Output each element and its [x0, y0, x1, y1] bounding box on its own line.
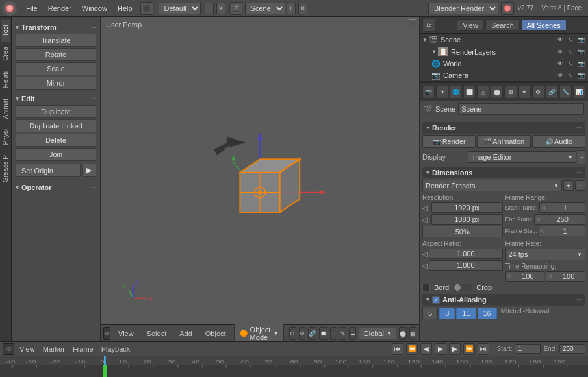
world-cursor-btn[interactable]: ↖ — [566, 59, 575, 68]
outliner-icon-btn[interactable]: 🗂 — [422, 19, 435, 32]
prop-icon-modifiers[interactable]: 🔧 — [559, 86, 572, 99]
viewport[interactable]: User Persp — [101, 17, 419, 341]
prop-icon-constraints[interactable]: 🔗 — [546, 86, 558, 99]
timeline-icon[interactable]: ⏱ — [3, 343, 14, 355]
duplicate-button[interactable]: Duplicate — [16, 105, 96, 118]
audio-btn[interactable]: 🔊 Audio — [532, 135, 585, 148]
res-x-field[interactable]: 1920 px — [431, 202, 503, 213]
display-extra-btn[interactable]: → — [578, 150, 585, 164]
scene-name-input[interactable] — [458, 103, 584, 115]
end-frame-field[interactable]: ◁ 250 — [534, 214, 585, 225]
scene-selector[interactable]: Scene — [245, 3, 285, 14]
render-presets-dropdown[interactable]: Render Presets ▼ — [422, 180, 562, 191]
scale-button[interactable]: Scale — [16, 62, 96, 75]
aa-btn-16[interactable]: 16 — [478, 308, 497, 319]
remove-scene-btn[interactable]: ✕ — [298, 3, 307, 14]
prop-icon-mesh[interactable]: △ — [477, 86, 489, 99]
viewport-btn-2[interactable]: ⚙ — [299, 327, 305, 340]
asp-y-field[interactable]: 1.000 — [429, 260, 503, 271]
outliner-tab-search[interactable]: Search — [485, 19, 520, 31]
delete-button[interactable]: Delete — [16, 134, 96, 147]
timeline-body[interactable]: -40 -30 -20 -10 0 10 20 30 40 50 60 70 8… — [0, 356, 588, 377]
menu-help[interactable]: Help — [112, 3, 138, 14]
set-origin-button[interactable]: Set Origin — [16, 164, 81, 177]
aa-section-header[interactable]: ▾ ✓ Anti-Aliasing ··· — [422, 294, 585, 306]
prop-icon-texture[interactable]: ⊞ — [504, 86, 517, 99]
prop-icon-world[interactable]: 🌐 — [450, 86, 462, 99]
global-selector[interactable]: Global ▼ — [359, 328, 396, 339]
play-prev-frame[interactable]: ◀ — [420, 343, 432, 355]
viewport-add-menu[interactable]: Add — [174, 328, 198, 339]
play-jump-start[interactable]: ⏮ — [392, 343, 403, 355]
vtab-create[interactable]: Crea — [1, 42, 10, 66]
timeline-view-menu[interactable]: View — [17, 345, 38, 353]
aa-btn-5[interactable]: 5 — [422, 308, 438, 319]
outliner-renderlayers[interactable]: ▼ 📋 RenderLayers 👁 ↖ 📷 — [420, 45, 588, 58]
prop-icon-data[interactable]: 📊 — [573, 86, 585, 99]
viewport-btn-5[interactable]: ↔ — [330, 327, 337, 340]
asp-x-field[interactable]: 1.000 — [429, 249, 503, 259]
render-btn[interactable]: 📷 Render — [422, 135, 476, 148]
duplicate-linked-button[interactable]: Duplicate Linked — [16, 119, 96, 132]
scene-cursor-btn[interactable]: ↖ — [566, 35, 575, 44]
vtab-tool[interactable]: Tool — [1, 19, 10, 42]
play-btn[interactable]: ▶ — [435, 343, 446, 355]
viewport-btn-4[interactable]: 🔲 — [319, 327, 327, 340]
end-range-input[interactable] — [559, 344, 585, 354]
prop-icon-particles[interactable]: ✦ — [518, 86, 531, 99]
viewport-btn-6[interactable]: ✎ — [340, 327, 346, 340]
scene-eye-btn[interactable]: 👁 — [556, 35, 565, 44]
menu-render[interactable]: Render — [43, 3, 77, 14]
translate-button[interactable]: Translate — [16, 34, 96, 47]
viewport-btn-9[interactable]: ▦ — [409, 327, 416, 340]
rl-render-btn[interactable]: 📷 — [576, 47, 585, 56]
time-old-field[interactable]: ◁ 100 — [505, 271, 545, 282]
animation-btn[interactable]: 🎬 Animation — [477, 135, 530, 148]
scene-render-btn[interactable]: 📷 — [576, 35, 585, 44]
display-dropdown[interactable]: Image Editor ▼ — [468, 151, 576, 163]
start-range-input[interactable] — [515, 344, 541, 354]
rl-cursor-btn[interactable]: ↖ — [566, 47, 575, 56]
viewport-btn-7[interactable]: ☁ — [349, 327, 356, 340]
menu-file[interactable]: File — [21, 3, 43, 14]
set-origin-arrow[interactable]: ▶ — [82, 164, 96, 177]
viewport-icon[interactable]: 🖥 — [103, 327, 110, 340]
outliner-world[interactable]: 🌐 World 👁 ↖ 📷 — [420, 58, 588, 69]
world-eye-btn[interactable]: 👁 — [556, 59, 565, 68]
aa-btn-11[interactable]: 11 — [456, 308, 476, 319]
viewport-view-menu[interactable]: View — [113, 328, 139, 339]
render-section-header[interactable]: ▾ Render ··· — [422, 122, 585, 134]
timeline-playback-menu[interactable]: Playback — [99, 345, 133, 353]
prop-icon-object[interactable]: ⬜ — [463, 86, 476, 99]
prop-icon-physics[interactable]: ⚙ — [532, 86, 544, 99]
mirror-button[interactable]: Mirror — [16, 77, 96, 90]
play-prev-key[interactable]: ⏪ — [406, 343, 418, 355]
menu-window[interactable]: Window — [77, 3, 112, 14]
timeline-marker-menu[interactable]: Marker — [40, 345, 68, 353]
rotate-button[interactable]: Rotate — [16, 48, 96, 61]
fps-selector[interactable]: 24 fps ▼ — [505, 249, 586, 260]
rl-eye-btn[interactable]: 👁 — [556, 47, 565, 56]
remove-screen-btn[interactable]: ✕ — [216, 3, 225, 14]
viewport-expand[interactable] — [409, 19, 416, 27]
outliner-tab-view[interactable]: View — [457, 19, 484, 31]
outliner-camera[interactable]: 📷 Camera 👁 ↖ 📷 — [420, 69, 588, 81]
workspace-selector[interactable]: Default — [159, 3, 201, 14]
camera-eye-btn[interactable]: 👁 — [556, 71, 565, 80]
play-next-frame[interactable]: ▶ — [449, 343, 461, 355]
prop-icon-scene[interactable]: ☀ — [436, 86, 448, 99]
presets-remove-btn[interactable]: − — [575, 180, 585, 191]
join-button[interactable]: Join — [16, 148, 96, 161]
presets-add-btn[interactable]: + — [563, 180, 574, 191]
res-pct-field[interactable]: 50% — [422, 226, 503, 237]
scene-icon[interactable]: 🎬 — [229, 2, 242, 15]
viewport-btn-3[interactable]: 🔗 — [308, 327, 316, 340]
aa-checkbox[interactable]: ✓ — [432, 296, 440, 304]
res-y-field[interactable]: 1080 px — [431, 214, 503, 225]
time-new-field[interactable]: ◁ 100 — [546, 271, 585, 282]
start-frame-field[interactable]: ◁ 1 — [539, 202, 585, 213]
layout-icon[interactable]: ⬛ — [140, 2, 153, 15]
camera-cursor-btn[interactable]: ↖ — [566, 71, 575, 80]
prop-icon-render[interactable]: 📷 — [422, 86, 435, 99]
timeline-frame-menu[interactable]: Frame — [70, 345, 96, 353]
